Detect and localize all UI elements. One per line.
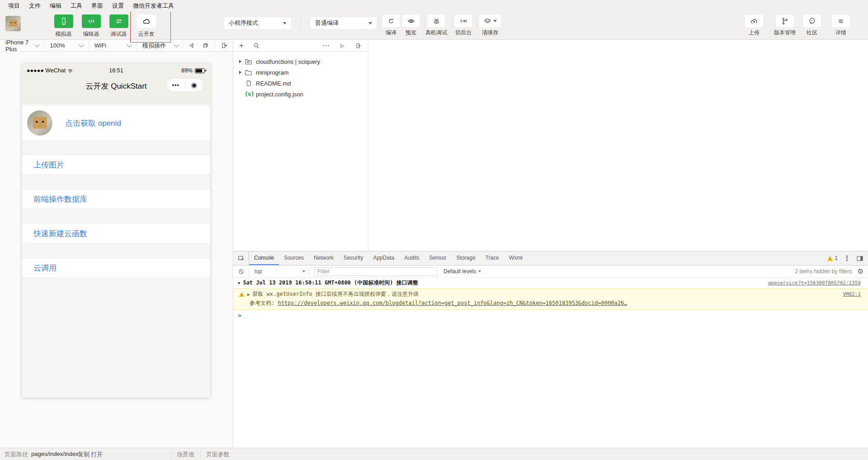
phone-status-bar: ●●●●● WeChat 16:51 89% bbox=[22, 64, 210, 74]
tab-sources[interactable]: Sources bbox=[279, 251, 309, 265]
tab-network[interactable]: Network bbox=[309, 251, 339, 265]
tab-audits[interactable]: Audits bbox=[399, 251, 424, 265]
warning-source-link[interactable]: VM82:1 bbox=[843, 291, 861, 297]
window-restore-icon[interactable] bbox=[202, 42, 209, 49]
menu-row-upload-image[interactable]: 上传图片 bbox=[22, 155, 210, 175]
menu-row-new-cloud-function[interactable]: 快速新建云函数 bbox=[22, 223, 210, 243]
version-control-button[interactable]: 版本管理 bbox=[771, 15, 798, 37]
tree-item-miniprogram[interactable]: miniprogram bbox=[233, 67, 368, 78]
more-options-button[interactable]: ⋯ bbox=[322, 42, 330, 49]
expand-arrow-icon[interactable] bbox=[239, 60, 241, 63]
chevron-down-icon bbox=[493, 20, 497, 22]
menu-item-view[interactable]: 界面 bbox=[87, 2, 108, 10]
upload-button-face bbox=[745, 15, 763, 27]
context-select[interactable]: top bbox=[249, 268, 309, 275]
menu-row-label: 快速新建云函数 bbox=[33, 228, 87, 239]
warning-count-badge[interactable]: 1 bbox=[827, 255, 838, 261]
remote-debug-button[interactable]: 真机调试 bbox=[423, 15, 450, 37]
community-button[interactable]: 社区 bbox=[798, 15, 826, 37]
community-label: 社区 bbox=[798, 29, 826, 37]
get-openid-link[interactable]: 点击获取 openid bbox=[65, 118, 121, 128]
eye-icon bbox=[407, 17, 415, 25]
simulator-toggle-button[interactable]: 模拟器 bbox=[50, 14, 77, 38]
clear-cache-button[interactable]: 清缓存 bbox=[476, 15, 504, 37]
collapse-all-icon[interactable] bbox=[339, 42, 346, 49]
add-file-button[interactable]: + bbox=[239, 42, 244, 49]
menu-item-file[interactable]: 文件 bbox=[24, 2, 45, 10]
gear-icon[interactable]: ⚙ bbox=[858, 267, 863, 275]
editor-toggle-button[interactable]: 编辑器 bbox=[77, 14, 105, 38]
console-group-header[interactable]: ▼ Sat Jul 13 2019 16:50:11 GMT+0800 (中国标… bbox=[233, 278, 868, 289]
capsule-home-button[interactable]: ◉ bbox=[185, 81, 203, 89]
tab-sensor[interactable]: Sensor bbox=[425, 251, 452, 265]
chat-bubble-icon bbox=[808, 17, 816, 25]
tree-item-readme[interactable]: README.md bbox=[233, 78, 368, 89]
tab-appdata[interactable]: AppData bbox=[368, 251, 399, 265]
tab-security[interactable]: Security bbox=[339, 251, 368, 265]
copy-path-button[interactable]: 复制 bbox=[78, 451, 90, 459]
tab-console[interactable]: Console bbox=[249, 251, 279, 265]
console-source-link[interactable]: appservice?t=1563007805702:1359 bbox=[768, 280, 861, 286]
menu-item-project[interactable]: 项目 bbox=[4, 2, 24, 10]
switch-background-button[interactable]: 切后台 bbox=[450, 15, 477, 37]
menu-item-tools[interactable]: 工具 bbox=[66, 2, 87, 10]
inspect-cursor-icon bbox=[237, 255, 245, 262]
speaker-icon[interactable] bbox=[189, 42, 196, 49]
tab-storage[interactable]: Storage bbox=[452, 251, 481, 265]
expand-arrow-icon[interactable] bbox=[239, 71, 241, 74]
tree-item-project-config[interactable]: {o} project.config.json bbox=[233, 89, 368, 100]
inspect-element-button[interactable] bbox=[233, 251, 249, 265]
undock-icon[interactable] bbox=[221, 42, 228, 49]
device-select[interactable]: iPhone 7 Plus bbox=[0, 40, 45, 51]
upload-button[interactable]: 上传 bbox=[741, 15, 768, 37]
doc-link[interactable]: https://developers.weixin.qq.com/blogdet… bbox=[278, 300, 627, 306]
file-icon bbox=[245, 80, 252, 87]
details-label: 详情 bbox=[827, 29, 854, 37]
debugger-toggle-button[interactable]: 调试器 bbox=[105, 14, 132, 38]
cloud-folder-icon bbox=[245, 58, 252, 66]
context-select-value: top bbox=[255, 268, 262, 275]
expand-object-icon[interactable]: ▶ bbox=[247, 292, 250, 297]
switch-background-label: 切后台 bbox=[450, 29, 477, 37]
console-warning-message: ▶ 获取 wx.getUserInfo 接口后续将不再出现授权弹窗，请注意升级 … bbox=[233, 289, 868, 310]
console-prompt[interactable]: > bbox=[233, 310, 868, 321]
compile-mode-select[interactable]: 普通编译 bbox=[311, 17, 377, 29]
clock-label: 16:51 bbox=[109, 67, 123, 74]
tab-trace[interactable]: Trace bbox=[481, 251, 504, 265]
menu-item-edit[interactable]: 编辑 bbox=[45, 2, 66, 10]
scene-value-button[interactable]: 场景值 bbox=[177, 451, 194, 459]
cloud-icon bbox=[142, 17, 151, 26]
battery-icon bbox=[195, 68, 205, 73]
details-button[interactable]: 详情 bbox=[827, 15, 854, 37]
search-icon[interactable] bbox=[253, 42, 260, 49]
menu-item-devtools[interactable]: 微信开发者工具 bbox=[128, 2, 179, 10]
zoom-select[interactable]: 100% bbox=[45, 40, 90, 51]
tab-wxml[interactable]: Wxml bbox=[504, 251, 528, 265]
menu-row-cloud-call[interactable]: 云调用 bbox=[22, 258, 210, 278]
user-avatar[interactable] bbox=[5, 16, 21, 31]
group-collapse-icon[interactable]: ▼ bbox=[238, 281, 240, 285]
console-filter-input[interactable] bbox=[314, 267, 437, 276]
open-path-button[interactable]: 打开 bbox=[91, 451, 103, 459]
network-select[interactable]: WiFi bbox=[89, 40, 137, 51]
preview-button[interactable]: 预览 bbox=[397, 15, 425, 37]
clear-console-icon[interactable] bbox=[238, 268, 245, 275]
page-params-button[interactable]: 页面参数 bbox=[206, 451, 230, 459]
tree-item-cloudfunctions[interactable]: cloudfunctions | sciquery bbox=[233, 56, 368, 67]
menu-item-settings[interactable]: 设置 bbox=[108, 2, 128, 10]
simulate-operations-select[interactable]: 模拟操作 bbox=[137, 40, 184, 51]
log-levels-select[interactable]: Default levels bbox=[443, 268, 481, 275]
network-select-value: WiFi bbox=[94, 42, 106, 49]
capsule-more-button[interactable]: ••• bbox=[167, 82, 185, 89]
filter-bar-divider bbox=[309, 268, 309, 275]
tree-item-label: miniprogram bbox=[256, 69, 288, 76]
cloud-dev-button[interactable]: 云开发 bbox=[132, 14, 160, 38]
menu-row-frontend-database[interactable]: 前端操作数据库 bbox=[22, 189, 210, 209]
dock-left-icon[interactable] bbox=[355, 42, 362, 49]
kebab-menu-icon[interactable]: ⋮ bbox=[844, 254, 850, 262]
tree-item-label: README.md bbox=[256, 80, 291, 87]
mode-select[interactable]: 小程序模式 bbox=[224, 17, 291, 29]
get-openid-card[interactable]: 点击获取 openid bbox=[22, 105, 210, 141]
dock-side-icon[interactable] bbox=[856, 255, 863, 262]
simulator-button-face bbox=[54, 14, 73, 28]
